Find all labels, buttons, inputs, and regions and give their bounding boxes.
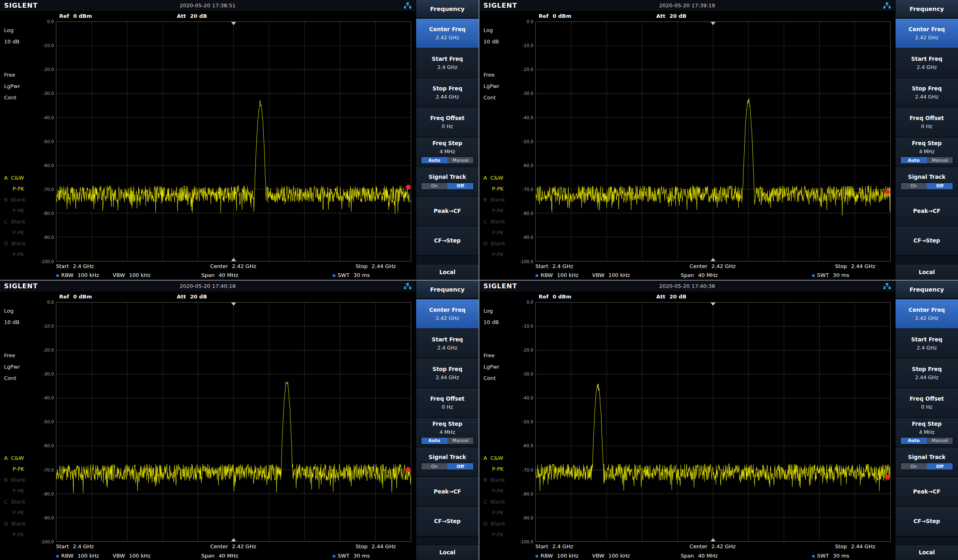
signal-track-off-option[interactable]: Off [927,463,953,470]
freq-step-button[interactable]: Freq Step 4 MHz Auto Manual [896,137,958,167]
peak-to-cf-button[interactable]: Peak→CF [896,197,958,226]
swt-coupled-icon: ● [333,273,336,277]
stop-freq-readout: Stop2.44 GHz [292,263,410,269]
start-freq-button[interactable]: Start Freq 2.4 GHz [896,329,958,358]
amplitude-mode-label: Log [483,305,520,317]
menu-title: Frequency [896,0,958,19]
local-button[interactable]: Local [416,545,479,560]
freq-step-manual-option[interactable]: Manual [927,157,953,163]
trace-status-list: AC&W P-PK BBlank P-PK CBlank P-PK DBlank… [4,172,41,260]
freq-offset-button[interactable]: Freq Offset 0 Hz [896,388,958,418]
start-freq-button[interactable]: Start Freq 2.4 GHz [416,48,479,78]
signal-track-off-option[interactable]: Off [447,183,473,189]
signal-track-on-option[interactable]: On [901,183,927,189]
start-freq-button[interactable]: Start Freq 2.4 GHz [896,48,958,78]
trace-a-status: AC&W [483,172,520,183]
four-panel-grid: SIGLENT 2020-05-20 17:38:51 Ref0 dBm A [0,0,958,560]
freq-step-button[interactable]: Freq Step 4 MHz Auto Manual [416,137,479,167]
center-freq-button[interactable]: Center Freq 2.42 GHz [896,19,958,48]
att-value: 20 dB [190,13,207,19]
swt-readout: ●SWT30 ms [333,553,410,559]
local-button[interactable]: Local [416,264,479,279]
softkey-menu: Frequency Center Freq 2.42 GHz Start Fre… [415,0,479,280]
peak-to-cf-button[interactable]: Peak→CF [416,197,479,226]
rbw-coupled-icon: ● [56,273,59,277]
y-axis-tick: -100.0 [520,539,533,544]
stop-freq-button[interactable]: Stop Freq 2.44 GHz [896,358,958,388]
y-axis-tick: -60.0 [522,443,533,448]
center-freq-button[interactable]: Center Freq 2.42 GHz [416,299,479,329]
stop-freq-button[interactable]: Stop Freq 2.44 GHz [416,358,479,388]
freq-offset-button[interactable]: Freq Offset 0 Hz [896,107,958,137]
y-axis-tick: -50.0 [43,139,54,144]
y-axis-tick: -10.0 [43,43,54,48]
center-freq-readout: Center2.42 GHz [653,263,771,269]
freq-step-manual-option[interactable]: Manual [447,438,473,444]
freq-step-manual-option[interactable]: Manual [927,438,953,444]
center-freq-marker-top-icon [711,22,715,25]
reference-header: Ref0 dBm Att20 dB [479,292,895,302]
cf-to-step-button[interactable]: CF→Step [416,506,479,536]
y-axis-tick: -50.0 [522,139,533,144]
trace-status-list: AC&W P-PK BBlank P-PK CBlank P-PK DBlank… [4,453,41,540]
freq-offset-button[interactable]: Freq Offset 0 Hz [416,107,479,137]
center-freq-button[interactable]: Center Freq 2.42 GHz [416,19,479,48]
signal-track-button[interactable]: Signal Track On Off [416,447,479,477]
signal-track-on-option[interactable]: On [901,463,927,470]
freq-step-auto-option[interactable]: Auto [421,157,447,163]
siglent-logo: SIGLENT [4,282,38,290]
peak-to-cf-button[interactable]: Peak→CF [416,477,479,506]
y-axis-tick: -60.0 [43,443,54,448]
ref-value: 0 dBm [552,294,571,300]
signal-track-off-option[interactable]: Off [447,463,473,470]
center-freq-marker-bottom-icon [231,258,236,261]
stop-freq-button[interactable]: Stop Freq 2.44 GHz [416,78,479,107]
freq-step-button[interactable]: Freq Step 4 MHz Auto Manual [896,418,958,447]
freq-offset-button[interactable]: Freq Offset 0 Hz [416,388,479,418]
left-status-panel: Log 10 dB Free LgPwr Cont AC&W P-PK BBla… [0,302,41,542]
signal-track-button[interactable]: Signal Track On Off [896,447,958,477]
trace-c-status: CBlank [4,216,41,227]
scale-per-div-label: 10 dB [483,317,520,328]
trace-a-status: AC&W [4,172,41,183]
freq-step-auto-option[interactable]: Auto [901,157,927,163]
freq-step-auto-option[interactable]: Auto [421,438,447,444]
cf-to-step-button[interactable]: CF→Step [896,226,958,256]
freq-step-button[interactable]: Freq Step 4 MHz Auto Manual [416,418,479,447]
stop-freq-button[interactable]: Stop Freq 2.44 GHz [896,78,958,107]
y-axis-tick: -80.0 [43,211,54,216]
signal-track-off-option[interactable]: Off [927,183,953,189]
menu-title: Frequency [416,0,479,19]
trace-c-status: CBlank [483,496,520,507]
top-bar: SIGLENT 2020-05-20 17:38:51 [0,0,415,11]
y-axis-tick: -10.0 [43,324,54,328]
spectrum-analyzer-screen: SIGLENT 2020-05-20 17:40:38 Ref0 dBm A [479,281,958,560]
timestamp: 2020-05-20 17:38:51 [0,2,415,9]
signal-track-button[interactable]: Signal Track On Off [416,167,479,197]
y-axis-tick: -80.0 [43,491,54,496]
cf-to-step-button[interactable]: CF→Step [416,226,479,256]
peak-to-cf-button[interactable]: Peak→CF [896,477,958,506]
menu-spacer [896,536,958,545]
network-icon [883,2,891,9]
freq-step-auto-option[interactable]: Auto [901,438,927,444]
scale-per-div-label: 10 dB [4,317,41,328]
signal-track-on-option[interactable]: On [421,463,447,470]
att-value: 20 dB [670,294,687,300]
swt-coupled-icon: ● [333,554,336,558]
signal-track-button[interactable]: Signal Track On Off [896,167,958,197]
scale-per-div-label: 10 dB [4,36,41,47]
trace-b-status: BBlank [483,474,520,485]
ref-label: Ref [59,294,69,300]
vbw-readout: VBW100 kHz [592,553,681,559]
span-readout: Span40 MHz [681,272,812,278]
y-axis-tick: 0.0 [526,19,533,24]
start-freq-button[interactable]: Start Freq 2.4 GHz [416,329,479,358]
local-button[interactable]: Local [896,545,958,560]
cf-to-step-button[interactable]: CF→Step [896,506,958,536]
center-freq-button[interactable]: Center Freq 2.42 GHz [896,299,958,329]
trace-d-detector: P-PK [483,249,520,260]
freq-step-manual-option[interactable]: Manual [447,157,473,163]
signal-track-on-option[interactable]: On [421,183,447,189]
local-button[interactable]: Local [896,264,958,279]
